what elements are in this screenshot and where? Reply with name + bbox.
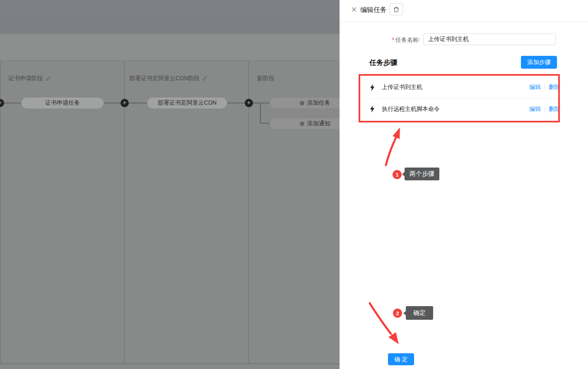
annotation-badge-2: 2 bbox=[393, 309, 402, 318]
link-divider bbox=[545, 84, 545, 90]
required-asterisk: * bbox=[392, 36, 394, 43]
annotation-tooltip-confirm: 确定 bbox=[406, 306, 433, 320]
stage-title-2: 部署证书至阿里云CDN阶段 bbox=[129, 75, 207, 82]
trash-icon bbox=[393, 7, 399, 12]
add-stage-plus-button[interactable]: + bbox=[120, 99, 129, 107]
task-node-deploy-cdn[interactable]: 部署证书至阿里云CDN bbox=[147, 97, 227, 109]
task-steps-heading: 任务步骤 bbox=[369, 58, 398, 67]
edit-step-link[interactable]: 编辑 bbox=[529, 105, 541, 113]
edit-task-drawer: × 编辑任务 *任务名称: 任务步骤 添加步骤 上传证书到主机 编辑 删除 执行… bbox=[340, 0, 588, 369]
arrow-up-line bbox=[386, 137, 396, 165]
confirm-button[interactable]: 确 定 bbox=[388, 353, 414, 365]
circle-plus-icon: ⊕ bbox=[299, 120, 305, 127]
arrow-up-head bbox=[393, 127, 400, 139]
step-name: 执行远程主机脚本命令 bbox=[382, 105, 529, 113]
task-name-input[interactable] bbox=[423, 34, 556, 45]
stage-title-2-text: 部署证书至阿里云CDN阶段 bbox=[129, 75, 200, 82]
arrow-down-head bbox=[388, 332, 399, 344]
circle-plus-icon: ⊕ bbox=[299, 99, 305, 107]
delete-step-link[interactable]: 删除 bbox=[549, 105, 560, 113]
plus-icon: + bbox=[123, 99, 127, 106]
add-notification-label: 添加通知 bbox=[307, 120, 330, 127]
delete-step-link[interactable]: 删除 bbox=[549, 84, 560, 91]
step-row-remote-script: 执行远程主机脚本命令 编辑 删除 bbox=[370, 98, 560, 120]
annotation-tooltip-two-steps: 两个步骤 bbox=[405, 168, 439, 180]
close-icon[interactable]: × bbox=[349, 3, 359, 16]
add-task-label: 添加任务 bbox=[307, 99, 330, 107]
task-node-certificate-request[interactable]: 证书申请任务 bbox=[21, 97, 104, 109]
stage-title-3: 新阶段 bbox=[257, 75, 275, 82]
arrow-down-line bbox=[370, 303, 391, 334]
lightning-icon bbox=[370, 84, 375, 91]
plus-icon: + bbox=[247, 99, 251, 106]
link-divider bbox=[545, 106, 545, 112]
drawer-title: 编辑任务 bbox=[360, 6, 387, 14]
lightning-icon bbox=[370, 105, 375, 113]
edit-pencil-icon[interactable] bbox=[46, 76, 51, 81]
step-row-upload-cert: 上传证书到主机 编辑 删除 bbox=[370, 77, 560, 98]
plus-icon: + bbox=[0, 99, 2, 106]
edit-pencil-icon[interactable] bbox=[202, 76, 207, 81]
task-name-label: *任务名称: bbox=[340, 36, 420, 44]
stage-title-1-text: 证书申请阶段 bbox=[8, 75, 43, 82]
delete-task-button[interactable] bbox=[390, 3, 403, 15]
stage-title-3-text: 新阶段 bbox=[257, 75, 275, 82]
stage-title-1: 证书申请阶段 bbox=[8, 75, 51, 82]
task-name-label-text: 任务名称: bbox=[395, 36, 420, 43]
annotation-badge-1: 1 bbox=[393, 170, 402, 179]
add-stage-plus-button[interactable]: + bbox=[245, 99, 253, 107]
annotation-arrows bbox=[340, 0, 588, 369]
edit-step-link[interactable]: 编辑 bbox=[529, 84, 541, 91]
step-name: 上传证书到主机 bbox=[382, 84, 529, 91]
add-step-button[interactable]: 添加步骤 bbox=[521, 56, 557, 69]
branch-connector-vertical bbox=[260, 103, 261, 124]
branch-connector-horizontal bbox=[260, 123, 270, 124]
steps-list: 上传证书到主机 编辑 删除 执行远程主机脚本命令 编辑 删除 bbox=[370, 77, 560, 120]
